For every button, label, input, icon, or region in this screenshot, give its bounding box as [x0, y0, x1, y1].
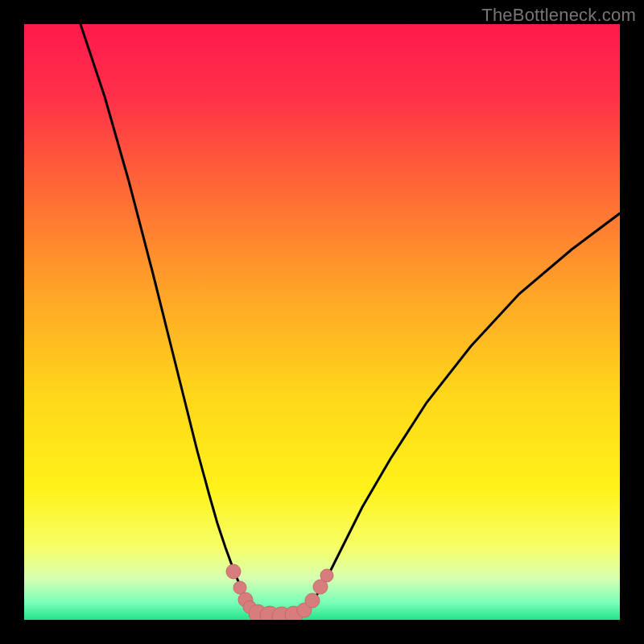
- data-marker: [305, 593, 320, 608]
- gradient-background: [24, 24, 620, 620]
- data-marker: [226, 564, 241, 579]
- plot-area: [24, 24, 620, 620]
- attribution-text: TheBottleneck.com: [481, 5, 636, 26]
- chart-frame: TheBottleneck.com: [0, 0, 644, 644]
- data-marker: [320, 569, 333, 582]
- chart-svg: [24, 24, 620, 620]
- data-marker: [233, 581, 246, 594]
